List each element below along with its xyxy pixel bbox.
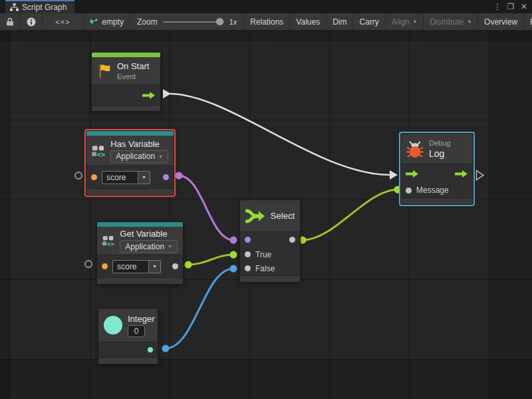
integer-type-icon	[104, 316, 122, 334]
selection-output-port[interactable]	[289, 237, 295, 243]
node-title: Get Variable	[120, 229, 178, 239]
bug-icon	[406, 140, 424, 158]
select-merge-icon	[245, 208, 265, 224]
unconnected-port-indicator	[84, 260, 92, 268]
variable-name-value[interactable]: score	[102, 171, 138, 184]
variable-name-value[interactable]: score	[112, 260, 148, 273]
flag-icon	[97, 63, 112, 80]
true-port-label: True	[255, 250, 271, 259]
value-output-port[interactable]	[172, 263, 178, 269]
node-title: Integer	[128, 314, 154, 324]
chevron-down-icon: ▼	[158, 154, 163, 159]
svg-text:<>: <>	[97, 150, 105, 158]
control-output-port[interactable]	[142, 91, 156, 100]
bool-output-port[interactable]	[163, 174, 169, 180]
control-input-port[interactable]	[406, 170, 419, 178]
variable-name-dropdown[interactable]: ▼	[138, 171, 150, 184]
node-select[interactable]: Select True False	[239, 200, 301, 283]
condition-input-port[interactable]	[245, 237, 251, 243]
node-on-start[interactable]: On Start Event	[91, 52, 161, 112]
node-title: On Start	[117, 61, 149, 71]
node-title: Has Variable	[110, 139, 168, 149]
node-integer[interactable]: Integer 0	[98, 308, 158, 364]
wire-onstart-to-log[interactable]	[163, 89, 398, 180]
value-output-port[interactable]	[148, 347, 153, 352]
variable-name-field[interactable]: score ▼	[102, 171, 150, 184]
node-debug-log[interactable]: Debug Log Message	[399, 132, 475, 206]
false-port-label: False	[255, 264, 275, 273]
integer-value-field[interactable]: 0	[128, 325, 145, 337]
unity-graph-window: Script Graph ⋮ ❐ ✕ <×>	[0, 0, 532, 399]
message-port-label: Message	[416, 186, 449, 195]
false-input-port[interactable]	[245, 265, 251, 271]
wire-getvariable-to-select[interactable]	[185, 251, 237, 269]
variable-strip	[97, 222, 183, 227]
name-input-port[interactable]	[91, 174, 97, 180]
message-input-port[interactable]	[406, 188, 412, 194]
wire-hasvariable-to-select[interactable]	[176, 172, 237, 244]
chevron-down-icon: ▼	[152, 264, 157, 269]
variable-name-field[interactable]: score ▼	[112, 260, 161, 273]
true-input-port[interactable]	[245, 251, 251, 257]
variables-icon: <>	[92, 143, 105, 159]
node-has-variable[interactable]: <> Has Variable Application ▼ score ▼	[84, 129, 176, 197]
node-get-variable[interactable]: <> Get Variable Application ▼ score ▼	[96, 221, 184, 285]
node-title: Log	[429, 148, 450, 159]
scope-dropdown[interactable]: Application ▼	[110, 150, 168, 163]
unconnected-flow-indicator	[475, 170, 485, 184]
name-input-port[interactable]	[102, 263, 108, 269]
chevron-down-icon: ▼	[168, 244, 172, 249]
wire-select-to-log[interactable]	[299, 186, 402, 244]
variables-icon: <>	[102, 233, 114, 249]
scope-dropdown[interactable]: Application ▼	[120, 240, 178, 253]
control-output-port[interactable]	[455, 170, 468, 178]
variable-name-dropdown[interactable]: ▼	[148, 260, 161, 273]
unconnected-port-indicator	[74, 172, 82, 180]
event-strip	[92, 53, 160, 57]
node-subtitle: Event	[117, 72, 149, 80]
node-category: Debug	[429, 139, 450, 147]
chevron-down-icon: ▼	[142, 175, 146, 180]
variable-strip	[86, 131, 174, 136]
scope-label: Application	[116, 152, 155, 161]
node-title: Select	[271, 211, 295, 221]
svg-text:<>: <>	[107, 240, 114, 247]
scope-label: Application	[125, 242, 164, 251]
